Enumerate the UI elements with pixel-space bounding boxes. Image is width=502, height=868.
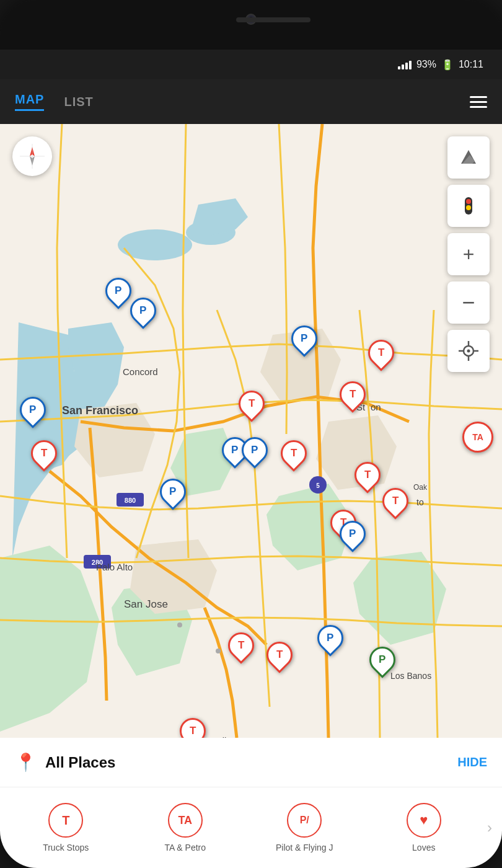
pilot-flyingj-label: Pilot & Flying J [276, 843, 333, 852]
battery-icon: 🔋 [441, 59, 454, 71]
gp-marker-losbanos[interactable]: P [369, 647, 395, 673]
truck-stops-icon: T [48, 803, 83, 838]
loves-icon: ♥ [407, 803, 441, 838]
menu-button[interactable] [470, 96, 487, 108]
app-header: MAP LIST [0, 79, 502, 124]
p-marker-concord1[interactable]: P [105, 278, 131, 304]
svg-point-32 [466, 205, 471, 210]
t-marker-gilroy2[interactable]: T [266, 642, 293, 668]
all-places-label: All Places [45, 754, 115, 771]
traffic-button[interactable] [447, 185, 490, 227]
pilot-flyingj-icon: P/ [287, 803, 322, 838]
category-pilot-flyingj[interactable]: P/ Pilot & Flying J [245, 803, 364, 852]
categories-row: T Truck Stops TA TA & Petro P/ Pilot & F… [0, 787, 502, 868]
svg-text:to: to [416, 497, 424, 507]
svg-point-35 [467, 350, 470, 353]
tab-list[interactable]: LIST [64, 95, 93, 109]
svg-text:Los Banos: Los Banos [390, 671, 431, 681]
ta-petro-label: TA & Petro [164, 843, 206, 852]
location-button[interactable] [447, 330, 490, 372]
t-marker-stockton2[interactable]: T [340, 381, 366, 407]
svg-text:Concord: Concord [123, 366, 158, 377]
p-marker-southbay[interactable]: P [160, 479, 186, 505]
t-marker-sf[interactable]: T [31, 440, 57, 466]
svg-text:Palo Alto: Palo Alto [96, 562, 133, 572]
p-marker-gilroy[interactable]: P [317, 625, 343, 651]
phone-frame: 93% 🔋 10:11 MAP LIST [0, 0, 502, 868]
phone-top [0, 0, 502, 50]
svg-point-31 [466, 199, 471, 204]
terrain-icon [457, 146, 480, 169]
svg-text:5: 5 [316, 482, 320, 489]
t-marker-mid2[interactable]: T [281, 440, 307, 466]
all-places-bar: 📍 All Places HIDE [0, 738, 502, 787]
battery-percent: 93% [416, 59, 436, 70]
tab-map[interactable]: MAP [15, 92, 44, 111]
compass-icon [20, 144, 45, 169]
loves-label: Loves [412, 843, 435, 852]
svg-point-22 [177, 622, 182, 627]
speaker [236, 17, 310, 22]
ta-petro-icon: TA [168, 803, 203, 838]
p-marker-valley[interactable]: P [340, 521, 366, 547]
category-ta-petro[interactable]: TA TA & Petro [126, 803, 245, 852]
p-marker-eastbay[interactable]: P [291, 326, 317, 352]
map-controls: + − [447, 136, 490, 372]
svg-text:San Francisco: San Francisco [62, 404, 138, 417]
t-marker-mid1[interactable]: T [239, 391, 265, 417]
compass[interactable] [12, 136, 52, 176]
location-target-icon [457, 340, 480, 362]
category-loves[interactable]: ♥ Loves [364, 803, 484, 852]
signal-icon [398, 60, 412, 69]
zoom-out-button[interactable]: − [447, 281, 490, 324]
status-bar: 93% 🔋 10:11 [0, 50, 502, 79]
traffic-icon [457, 195, 480, 217]
ta-badge-marker[interactable]: TA [462, 422, 493, 453]
hide-button[interactable]: HIDE [457, 755, 487, 769]
svg-point-1 [118, 229, 192, 260]
p-marker-central2[interactable]: P [242, 437, 268, 463]
map-container[interactable]: 880 280 5 San Francisco Concord St on Mo… [0, 124, 502, 738]
svg-point-23 [216, 649, 221, 653]
truck-stops-label: Truck Stops [43, 843, 89, 852]
p-marker-sf-outer[interactable]: P [20, 397, 46, 423]
t-marker-south[interactable]: T [180, 718, 206, 738]
location-pin-icon: 📍 [15, 752, 37, 773]
zoom-in-button[interactable]: + [447, 233, 490, 275]
svg-text:880: 880 [125, 497, 136, 504]
svg-text:on: on [371, 402, 381, 412]
t-marker-modesto2[interactable]: T [382, 488, 408, 514]
svg-text:Oak: Oak [413, 483, 428, 492]
p-marker-concord2[interactable]: P [130, 298, 156, 324]
t-marker-gilroy1[interactable]: T [228, 632, 254, 658]
t-marker-stockton[interactable]: T [368, 340, 394, 366]
terrain-button[interactable] [447, 136, 490, 179]
clock: 10:11 [459, 59, 483, 70]
t-marker-modesto[interactable]: T [354, 462, 381, 488]
category-truck-stops[interactable]: T Truck Stops [6, 803, 126, 852]
svg-text:San Jose: San Jose [124, 598, 168, 610]
bottom-panel: 📍 All Places HIDE T Truck Stops TA TA & … [0, 738, 502, 868]
categories-chevron[interactable]: › [483, 819, 496, 836]
